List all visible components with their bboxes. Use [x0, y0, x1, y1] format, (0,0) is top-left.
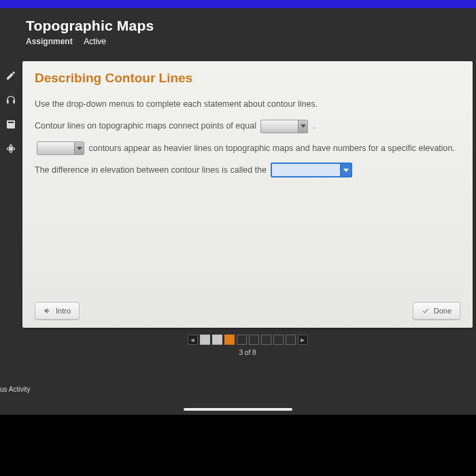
pager-step-8[interactable] [286, 335, 296, 345]
statement-1: Contour lines on topographic maps connec… [35, 117, 460, 135]
pager-step-2[interactable] [212, 335, 222, 345]
headphones-icon[interactable] [2, 91, 20, 109]
content-body: Use the drop-down menus to complete each… [35, 95, 460, 298]
pager-step-3[interactable] [224, 335, 235, 345]
chevron-down-icon [340, 164, 351, 176]
assignment-label: Assignment [26, 37, 73, 46]
tool-sidebar [2, 67, 22, 158]
pager-row: ◄ ► [188, 335, 308, 345]
page-title: Topographic Maps [26, 18, 464, 34]
pager-step-5[interactable] [249, 335, 259, 345]
intro-button[interactable]: Intro [35, 302, 80, 320]
statement-3: The difference in elevation between cont… [35, 161, 460, 179]
chevron-down-icon [298, 120, 307, 133]
panel-footer: Intro Done [35, 298, 460, 320]
home-indicator [184, 408, 292, 411]
done-label: Done [434, 307, 452, 315]
pager-step-6[interactable] [261, 335, 271, 345]
window-topbar [0, 0, 476, 8]
dropdown-1[interactable] [260, 120, 308, 133]
chevron-down-icon [74, 142, 84, 154]
pager-step-7[interactable] [273, 335, 284, 345]
statement-1-pre: Contour lines on topographic maps connec… [35, 121, 258, 131]
dropdown-3[interactable] [271, 163, 352, 177]
calculator-icon[interactable] [2, 116, 20, 133]
assignment-status: Active [84, 37, 106, 46]
bottom-corner-label: us Activity [0, 384, 34, 394]
panel-heading: Describing Contour Lines [35, 71, 460, 86]
header-meta: Assignment Active [26, 37, 464, 46]
intro-label: Intro [56, 307, 71, 315]
pager-step-4[interactable] [237, 335, 247, 345]
app-frame: Topographic Maps Assignment Active Descr… [0, 8, 476, 476]
instruction-text: Use the drop-down menus to complete each… [35, 95, 460, 113]
pencil-icon[interactable] [2, 67, 20, 84]
statement-2-text: contours appear as heavier lines on topo… [88, 143, 455, 153]
pager: ◄ ► 3 of 8 [22, 330, 473, 356]
header: Topographic Maps Assignment Active [0, 8, 476, 52]
atom-icon[interactable] [2, 140, 20, 158]
statement-2: contours appear as heavier lines on topo… [35, 139, 460, 157]
pager-step-1[interactable] [200, 335, 210, 345]
done-button[interactable]: Done [413, 302, 460, 320]
dropdown-2[interactable] [37, 141, 84, 155]
device-bezel [0, 415, 476, 476]
pager-label: 3 of 8 [239, 349, 256, 356]
pager-prev-button[interactable]: ◄ [188, 335, 198, 345]
statement-1-post: . [313, 121, 315, 131]
content-panel: Describing Contour Lines Use the drop-do… [22, 61, 473, 328]
pager-next-button[interactable]: ► [298, 335, 308, 345]
check-icon [422, 307, 430, 315]
statement-3-pre: The difference in elevation between cont… [35, 165, 269, 175]
speaker-icon [44, 307, 52, 315]
